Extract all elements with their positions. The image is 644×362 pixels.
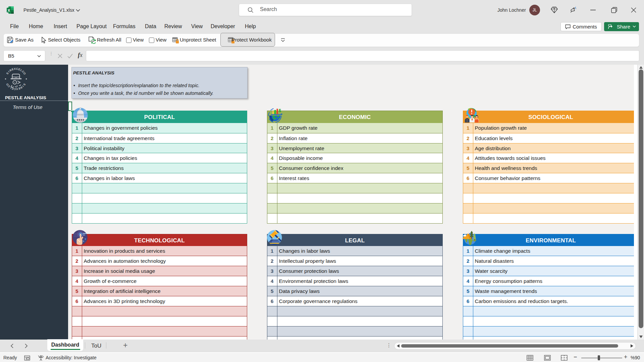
svg-text:$: $ [279,108,281,113]
svg-text:X: X [8,8,10,12]
